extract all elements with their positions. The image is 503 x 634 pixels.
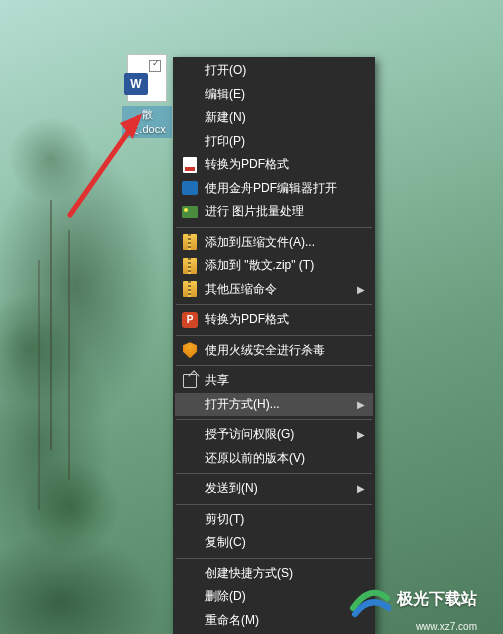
menu-label: 转换为PDF格式	[205, 156, 289, 173]
menu-label: 打印(P)	[205, 133, 245, 150]
menu-huorong[interactable]: 使用火绒安全进行杀毒	[175, 339, 373, 363]
menu-print[interactable]: 打印(P)	[175, 130, 373, 154]
menu-add-zip[interactable]: 添加到 "散文.zip" (T)	[175, 254, 373, 278]
menu-open[interactable]: 打开(O)	[175, 59, 373, 83]
annotation-arrow-top	[60, 100, 160, 220]
menu-separator	[176, 558, 372, 559]
archive-icon	[181, 257, 199, 275]
submenu-arrow-icon: ▶	[357, 399, 365, 410]
menu-separator	[176, 473, 372, 474]
menu-convert-pdf-1[interactable]: 转换为PDF格式	[175, 153, 373, 177]
archive-icon	[181, 233, 199, 251]
menu-send-to[interactable]: 发送到(N) ▶	[175, 477, 373, 501]
menu-grant-access[interactable]: 授予访问权限(G) ▶	[175, 423, 373, 447]
menu-create-shortcut[interactable]: 创建快捷方式(S)	[175, 562, 373, 586]
menu-label: 还原以前的版本(V)	[205, 450, 305, 467]
menu-separator	[176, 227, 372, 228]
menu-label: 其他压缩命令	[205, 281, 277, 298]
word-badge: W	[124, 73, 148, 95]
menu-new[interactable]: 新建(N)	[175, 106, 373, 130]
menu-label: 添加到压缩文件(A)...	[205, 234, 315, 251]
menu-separator	[176, 304, 372, 305]
menu-label: 授予访问权限(G)	[205, 426, 294, 443]
watermark-text: 极光下载站	[397, 589, 477, 610]
menu-convert-pdf-2[interactable]: P 转换为PDF格式	[175, 308, 373, 332]
menu-delete[interactable]: 删除(D)	[175, 585, 373, 609]
menu-label: 打开方式(H)...	[205, 396, 280, 413]
menu-cut[interactable]: 剪切(T)	[175, 508, 373, 532]
menu-add-archive[interactable]: 添加到压缩文件(A)...	[175, 231, 373, 255]
menu-label: 共享	[205, 372, 229, 389]
menu-edit[interactable]: 编辑(E)	[175, 83, 373, 107]
menu-open-with[interactable]: 打开方式(H)... ▶	[175, 393, 373, 417]
jinzhou-icon	[181, 179, 199, 197]
menu-separator	[176, 419, 372, 420]
share-icon	[181, 372, 199, 390]
menu-label: 进行 图片批量处理	[205, 203, 304, 220]
menu-rename[interactable]: 重命名(M)	[175, 609, 373, 633]
menu-separator	[176, 504, 372, 505]
menu-label: 使用金舟PDF编辑器打开	[205, 180, 337, 197]
menu-other-archive[interactable]: 其他压缩命令 ▶	[175, 278, 373, 302]
menu-restore-version[interactable]: 还原以前的版本(V)	[175, 447, 373, 471]
archive-icon	[181, 280, 199, 298]
submenu-arrow-icon: ▶	[357, 429, 365, 440]
menu-jinzhou-pdf[interactable]: 使用金舟PDF编辑器打开	[175, 177, 373, 201]
watermark-url: www.xz7.com	[416, 621, 477, 632]
menu-copy[interactable]: 复制(C)	[175, 531, 373, 555]
submenu-arrow-icon: ▶	[357, 483, 365, 494]
menu-separator	[176, 335, 372, 336]
menu-label: 使用火绒安全进行杀毒	[205, 342, 325, 359]
pdf-icon	[181, 156, 199, 174]
image-icon	[181, 203, 199, 221]
watermark: 极光下载站	[349, 578, 477, 620]
menu-label: 打开(O)	[205, 62, 246, 79]
menu-label: 编辑(E)	[205, 86, 245, 103]
context-menu: 打开(O) 编辑(E) 新建(N) 打印(P) 转换为PDF格式 使用金舟PDF…	[173, 57, 375, 634]
menu-label: 发送到(N)	[205, 480, 258, 497]
menu-label: 剪切(T)	[205, 511, 244, 528]
menu-label: 转换为PDF格式	[205, 311, 289, 328]
submenu-arrow-icon: ▶	[357, 284, 365, 295]
menu-label: 新建(N)	[205, 109, 246, 126]
menu-label: 重命名(M)	[205, 612, 259, 629]
menu-separator	[176, 365, 372, 366]
ppt-icon: P	[181, 311, 199, 329]
word-document-icon: W	[127, 54, 167, 102]
watermark-logo-icon	[349, 578, 391, 620]
menu-label: 复制(C)	[205, 534, 246, 551]
menu-label: 删除(D)	[205, 588, 246, 605]
menu-batch-image[interactable]: 进行 图片批量处理	[175, 200, 373, 224]
menu-share[interactable]: 共享	[175, 369, 373, 393]
shield-icon	[181, 341, 199, 359]
menu-label: 添加到 "散文.zip" (T)	[205, 257, 314, 274]
menu-label: 创建快捷方式(S)	[205, 565, 293, 582]
